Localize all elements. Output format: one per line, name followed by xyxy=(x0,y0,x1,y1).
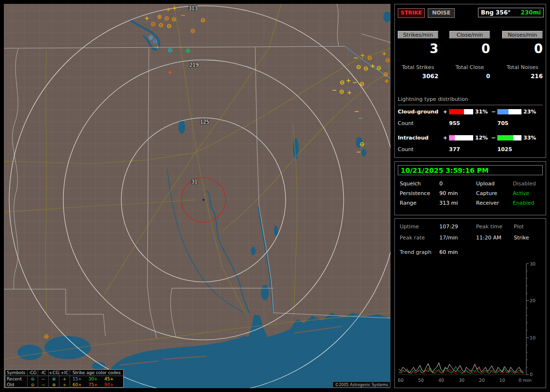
squelch-value: 0 xyxy=(439,181,443,187)
datetime-display: 10/21/2025 3:59:16 PM xyxy=(398,165,543,175)
peaktime-label: Peak time xyxy=(476,224,502,230)
cg-pos-count: 955 xyxy=(449,120,460,126)
trend-axis-ticks xyxy=(526,264,529,375)
trend-series xyxy=(399,363,523,374)
capture-status: Active xyxy=(513,190,529,196)
legend-col-nic: -IC xyxy=(38,370,48,376)
strikes-per-min-value: 3 xyxy=(398,41,438,56)
trend-window-value: 60 min xyxy=(439,249,458,255)
xtick-10: 10 xyxy=(499,378,505,383)
minus-sign: − xyxy=(491,135,496,141)
xtick-30: 30 xyxy=(459,378,464,383)
close-per-min-value: 0 xyxy=(449,41,490,56)
lake xyxy=(251,247,256,255)
stats-row: Peak rate 17/min 11:20 AM Strike xyxy=(395,235,547,242)
ytick-20: 20 xyxy=(530,298,536,303)
range-label: Range xyxy=(400,200,417,206)
station-marker xyxy=(203,199,204,201)
legend-col-pcg: +CG xyxy=(48,370,59,376)
squelch-label: Squelch xyxy=(400,181,421,187)
ring-label-219: 219 xyxy=(189,62,199,68)
uptime-value: 107:29 xyxy=(439,224,458,230)
ring-label-313: 313 xyxy=(188,6,198,11)
ic-pos-count: 377 xyxy=(449,146,460,153)
close-per-min-button[interactable]: Close/min xyxy=(449,31,490,39)
age-75: 75+ xyxy=(88,382,104,388)
minus-sign: − xyxy=(491,109,496,115)
peakrate-value: 17/min xyxy=(439,235,458,241)
lake xyxy=(362,149,366,156)
plot-value: Strike xyxy=(514,235,529,241)
xtick-50: 50 xyxy=(418,378,424,383)
recent-pic-icon: + xyxy=(59,376,70,382)
symbols-legend: Symbols -CG -IC +CG +IC Strike age color… xyxy=(5,369,124,388)
noises-per-min-value: 0 xyxy=(502,41,543,56)
old-ncg-icon: ⊖ xyxy=(27,382,38,388)
receiver-status: Enabled xyxy=(513,200,534,206)
cloud-ground-count-row: Count 955 705 xyxy=(395,120,547,127)
plus-sign: + xyxy=(442,109,448,115)
receiver-label: Receiver xyxy=(476,200,499,206)
total-strikes-value: 3062 xyxy=(398,73,438,80)
cloud-ground-row: Cloud-ground + 31% − 23% xyxy=(395,109,547,115)
lake xyxy=(274,225,278,236)
bearing-readout: Bng 356° 230mi xyxy=(478,8,544,17)
plot-label: Plot xyxy=(514,224,524,230)
total-strikes-label: Total Strikes xyxy=(398,64,438,70)
ring-label-31: 31 xyxy=(191,179,198,184)
old-pic-icon: + xyxy=(59,382,70,388)
settings-section: 10/21/2025 3:59:16 PM Squelch 0 Upload D… xyxy=(394,161,546,215)
legend-old-label: Old xyxy=(5,382,27,388)
peakrate-label: Peak rate xyxy=(400,235,425,241)
xtick-0: 0 min xyxy=(519,378,532,383)
total-noises-value: 216 xyxy=(502,73,543,80)
ytick-10: 10 xyxy=(530,335,536,340)
trend-graph: 30 20 10 0 60 50 40 30 20 10 0 min xyxy=(395,260,547,389)
uptime-label: Uptime xyxy=(400,224,419,230)
settings-row: Range 313 mi Receiver Enabled xyxy=(395,200,547,208)
upload-label: Upload xyxy=(476,181,495,187)
cg-pos-bar xyxy=(449,109,473,114)
persistence-label: Persistence xyxy=(400,190,430,196)
range-value: 313 mi xyxy=(439,200,458,206)
age-90: 90+ xyxy=(104,382,120,388)
upload-status: Disabled xyxy=(513,181,536,187)
legend-col-ncg: -CG xyxy=(27,370,38,376)
age-30: 30+ xyxy=(88,376,104,382)
radar-map[interactable]: 313 219 125 31 Symbols -CG -IC +CG +IC S… xyxy=(4,4,391,388)
map-svg: 313 219 125 31 xyxy=(4,4,391,388)
noise-button[interactable]: NOISE xyxy=(428,8,455,18)
persistence-value: 90 min xyxy=(439,190,458,196)
old-pcg-icon: ⊕ xyxy=(48,382,59,388)
xtick-40: 40 xyxy=(438,378,444,383)
ring-label-125: 125 xyxy=(200,119,209,125)
intracloud-label: Intracloud xyxy=(398,135,429,141)
total-noises-label: Total Noises xyxy=(502,64,543,70)
distribution-title: Lightning type distribution xyxy=(398,96,543,105)
legend-symbols-header: Symbols xyxy=(5,370,27,376)
lake xyxy=(293,138,299,159)
xtick-60: 60 xyxy=(398,378,404,383)
total-close-label: Total Close xyxy=(449,64,490,70)
cg-neg-pct: 23% xyxy=(523,109,536,115)
plus-sign: + xyxy=(442,135,448,141)
cloud-ground-label: Cloud-ground xyxy=(398,109,438,115)
strikes-per-min-button[interactable]: Strikes/min xyxy=(398,31,438,39)
noises-per-min-button[interactable]: Noises/min xyxy=(502,31,543,39)
ic-neg-count: 1025 xyxy=(497,146,512,153)
lake xyxy=(17,345,43,360)
bearing-distance: 230mi xyxy=(521,9,541,16)
trend-graph-label: Trend graph xyxy=(400,249,432,255)
strike-button[interactable]: STRIKE xyxy=(398,8,425,18)
status-panel: STRIKE NOISE Bng 356° 230mi Strikes/min … xyxy=(394,0,546,392)
total-close-value: 0 xyxy=(449,73,490,80)
legend-recent-label: Recent xyxy=(5,376,27,382)
age-15: 15+ xyxy=(72,376,88,382)
capture-label: Capture xyxy=(476,190,497,196)
cg-neg-bar xyxy=(497,109,521,114)
bearing-value: Bng 356° xyxy=(481,9,511,16)
age-45: 45+ xyxy=(104,376,120,382)
cg-neg-count: 705 xyxy=(497,120,508,126)
ytick-0: 0 xyxy=(530,372,533,377)
intracloud-row: Intracloud + 12% − 33% xyxy=(395,135,547,141)
